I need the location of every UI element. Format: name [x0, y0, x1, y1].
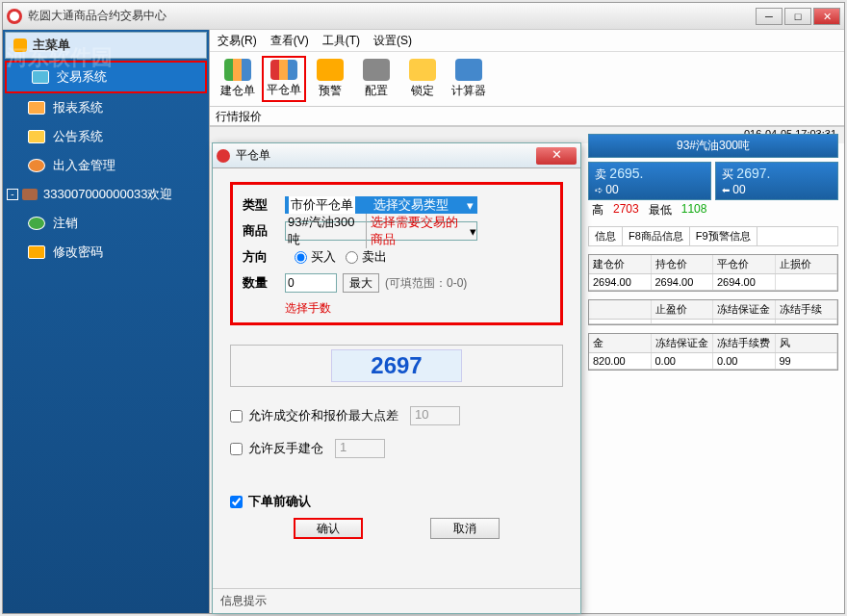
tool-config[interactable]: 配置: [354, 56, 398, 102]
key-icon: [28, 245, 45, 259]
margin-table: 金冻结保证金冻结手续费风 820.000.000.0099: [588, 333, 838, 371]
buy-radio[interactable]: [295, 251, 307, 264]
slippage-value[interactable]: 10: [410, 406, 460, 425]
quantity-range: (可填范围：0-0): [385, 275, 467, 292]
sidebar: 河东软件园 主菜单 交易系统 报表系统 公告系统 出入金管理: [3, 30, 209, 613]
table-row[interactable]: 2694.002694.002694.00: [589, 274, 837, 291]
tab-info[interactable]: 信息: [589, 227, 623, 245]
type-select[interactable]: 市价平仓单选择交易类型▾: [285, 196, 477, 214]
direction-label: 方向: [243, 248, 285, 266]
sidebar-item-logout[interactable]: 注销: [3, 209, 209, 238]
reverse-checkbox[interactable]: [230, 443, 243, 455]
slippage-checkbox[interactable]: [230, 410, 243, 423]
tab-alert-info[interactable]: F9预警信息: [690, 227, 757, 245]
product-select[interactable]: 93#汽油300吨选择需要交易的商品▾: [285, 221, 477, 241]
lock-icon: [409, 59, 436, 81]
product-label: 商品: [243, 222, 285, 240]
chevron-down-icon: ▾: [467, 198, 474, 213]
window-title: 乾圆大通商品合约交易中心: [28, 8, 754, 24]
monitor-icon: [32, 70, 49, 84]
dialog-titlebar[interactable]: 平仓单 ✕: [213, 143, 580, 168]
money-icon: [28, 159, 45, 172]
table-row[interactable]: 820.000.000.0099: [589, 353, 837, 370]
ok-button[interactable]: 确认: [294, 518, 363, 539]
bell-icon: [317, 59, 344, 81]
quote-panel: 93#汽油300吨 卖 2695. ➪ 00 买 2697. ⬅ 00 高270…: [588, 134, 838, 371]
tab-product-info[interactable]: F8商品信息: [623, 227, 690, 245]
menu-tools[interactable]: 工具(T): [322, 33, 360, 49]
menu-icon: [13, 38, 27, 52]
sidebar-item-notice[interactable]: 公告系统: [3, 122, 209, 151]
close-button[interactable]: ✕: [813, 8, 840, 25]
quantity-input[interactable]: [285, 273, 337, 293]
quote-label: 行情报价: [210, 107, 844, 126]
titlebar: 乾圆大通商品合约交易中心 ─ □ ✕: [3, 3, 844, 30]
chevron-down-icon: ▾: [470, 224, 476, 239]
dialog-icon: [217, 149, 230, 163]
sell-radio[interactable]: [346, 251, 358, 264]
chart-remove-icon: [270, 60, 297, 80]
tool-alert[interactable]: 预警: [308, 56, 352, 102]
close-order-dialog: 平仓单 ✕ 类型 市价平仓单选择交易类型▾ 商品 93#汽油300吨选择需要交易…: [212, 142, 581, 614]
maximize-button[interactable]: □: [784, 8, 811, 25]
left-arrow-icon: ⬅: [722, 185, 730, 195]
sidebar-item-password[interactable]: 修改密码: [3, 238, 209, 267]
tool-lock[interactable]: 锁定: [400, 56, 445, 102]
tool-calculator[interactable]: 计算器: [447, 56, 491, 102]
user-icon: [28, 217, 45, 230]
cancel-button[interactable]: 取消: [430, 518, 500, 539]
minimize-button[interactable]: ─: [756, 8, 783, 25]
quantity-label: 数量: [243, 274, 285, 292]
menu-view[interactable]: 查看(V): [270, 33, 309, 49]
menubar: 交易(R) 查看(V) 工具(T) 设置(S): [210, 30, 844, 51]
app-icon: [7, 9, 22, 24]
order-form: 类型 市价平仓单选择交易类型▾ 商品 93#汽油300吨选择需要交易的商品▾ 方…: [230, 182, 563, 325]
table-row[interactable]: [589, 320, 837, 324]
reverse-value[interactable]: 1: [335, 439, 385, 458]
sidebar-header: 主菜单: [5, 32, 207, 59]
sell-box[interactable]: 卖 2695. ➪ 00: [588, 162, 711, 200]
sidebar-item-trading[interactable]: 交易系统: [5, 61, 207, 93]
sidebar-item-money[interactable]: 出入金管理: [3, 151, 209, 180]
profit-table: 止盈价冻结保证金冻结手续: [588, 299, 838, 325]
right-arrow-icon: ➪: [595, 185, 603, 195]
info-tip: 信息提示: [213, 588, 580, 613]
toolbar: 建仓单 平仓单 预警 配置 锁定 计算器: [210, 51, 844, 107]
product-name[interactable]: 93#汽油300吨: [588, 134, 838, 158]
price-display: 2697: [230, 345, 563, 387]
max-button[interactable]: 最大: [343, 273, 379, 293]
tool-open-order[interactable]: 建仓单: [216, 56, 260, 102]
report-icon: [28, 101, 45, 115]
collapse-icon[interactable]: -: [7, 189, 18, 200]
sidebar-item-reports[interactable]: 报表系统: [3, 93, 209, 122]
calculator-icon: [455, 59, 482, 81]
menu-trade[interactable]: 交易(R): [218, 33, 257, 49]
info-tabs: 信息 F8商品信息 F9预警信息: [588, 226, 838, 246]
type-label: 类型: [243, 196, 285, 214]
gear-icon: [363, 59, 390, 81]
position-table: 建仓价持仓价平仓价止损价 2694.002694.002694.00: [588, 254, 838, 292]
account-node[interactable]: - 333007000000033欢迎: [3, 180, 209, 209]
chart-add-icon: [224, 59, 251, 81]
tool-close-order[interactable]: 平仓单: [262, 56, 306, 102]
buy-box[interactable]: 买 2697. ⬅ 00: [715, 162, 838, 200]
cup-icon: [22, 189, 38, 200]
quantity-tip: 选择手数: [285, 300, 551, 317]
dialog-close-button[interactable]: ✕: [536, 147, 577, 165]
price-value: 2697: [331, 349, 461, 382]
menu-settings[interactable]: 设置(S): [373, 33, 412, 49]
notice-icon: [28, 130, 45, 143]
confirm-checkbox[interactable]: [230, 496, 243, 508]
